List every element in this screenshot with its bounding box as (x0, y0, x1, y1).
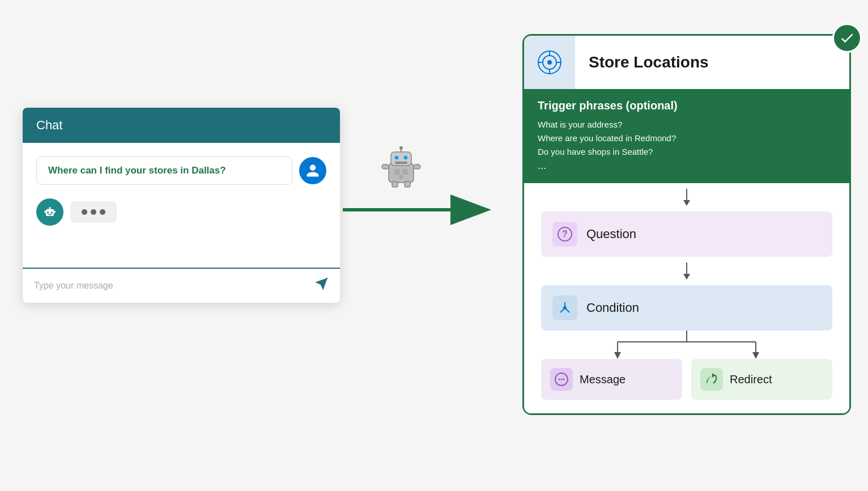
bot-icon (42, 204, 58, 220)
typing-indicator (70, 201, 117, 223)
svg-rect-3 (48, 214, 51, 215)
question-step-label: Question (586, 227, 636, 242)
robot-illustration (378, 146, 424, 192)
condition-step: Condition (541, 285, 832, 331)
user-message-bubble: Where can I find your stores in Dallas? (36, 156, 292, 185)
chat-header: Chat (23, 108, 340, 143)
topic-title: Store Locations (589, 53, 836, 71)
user-message-row: Where can I find your stores in Dallas? (36, 156, 326, 185)
chat-panel: Chat Where can I find your stores in Dal… (23, 108, 340, 303)
svg-point-28 (547, 60, 552, 65)
condition-step-label: Condition (586, 300, 639, 315)
svg-rect-22 (382, 164, 389, 169)
svg-rect-7 (54, 210, 56, 213)
svg-point-2 (51, 211, 53, 214)
chat-body: Where can I find your stores in Dallas? (23, 143, 340, 268)
message-step-icon (550, 368, 573, 391)
svg-rect-19 (394, 169, 400, 175)
condition-step-icon (552, 295, 577, 320)
svg-rect-6 (44, 210, 46, 213)
svg-point-1 (47, 211, 49, 214)
chat-input-row[interactable]: Type your message (23, 268, 340, 303)
svg-marker-38 (683, 274, 690, 280)
flow-steps: ? Question (524, 183, 849, 413)
chat-title: Chat (36, 118, 62, 132)
svg-point-13 (399, 146, 403, 150)
trigger-section-title: Trigger phrases (optional) (538, 99, 836, 112)
topic-icon (537, 49, 563, 75)
svg-rect-20 (402, 169, 408, 175)
flow-panel: Store Locations Trigger phrases (optiona… (522, 34, 851, 415)
trigger-section: Trigger phrases (optional) What is your … (524, 89, 849, 183)
svg-rect-18 (395, 162, 407, 164)
send-icon[interactable] (314, 277, 329, 295)
arrow-down-1 (541, 183, 832, 211)
svg-marker-9 (315, 278, 327, 290)
bot-avatar (36, 198, 63, 226)
user-avatar (299, 157, 326, 184)
svg-point-51 (561, 379, 563, 380)
trigger-phrase-3: Do you have shops in Seattle? (538, 145, 836, 159)
trigger-more: ... (538, 160, 836, 172)
svg-point-21 (399, 175, 403, 179)
message-step-label: Message (580, 373, 626, 386)
topic-header: Store Locations (524, 36, 849, 89)
trigger-phrase-2: Where are you located in Redmond? (538, 132, 836, 145)
redirect-step-label: Redirect (730, 373, 772, 386)
flow-panel-inner: Store Locations Trigger phrases (optiona… (524, 36, 849, 413)
arrow-down-2 (541, 257, 832, 285)
svg-point-50 (559, 379, 560, 380)
branch-row: Message Redirect (541, 359, 832, 400)
svg-rect-23 (414, 164, 420, 169)
redirect-step-icon (700, 368, 723, 391)
dot-2 (91, 209, 96, 215)
branch-arrow-container (541, 331, 832, 359)
svg-text:?: ? (562, 229, 568, 239)
svg-point-52 (563, 379, 565, 380)
svg-rect-10 (389, 163, 414, 183)
svg-marker-34 (683, 200, 690, 206)
chat-input-placeholder: Type your message (34, 281, 113, 291)
message-branch-step: Message (541, 359, 682, 400)
topic-icon-box (524, 36, 575, 89)
svg-point-16 (395, 156, 398, 159)
svg-rect-25 (405, 181, 410, 187)
dot-3 (100, 209, 105, 215)
bot-message-row (36, 198, 326, 226)
svg-point-42 (563, 306, 567, 310)
check-badge (832, 23, 862, 53)
trigger-phrase-1: What is your address? (538, 118, 836, 132)
svg-point-17 (405, 156, 407, 159)
question-step: ? Question (541, 211, 832, 257)
branch-arrows-svg (568, 331, 806, 359)
dot-1 (82, 209, 87, 215)
question-step-icon: ? (552, 222, 577, 247)
person-icon (305, 163, 320, 178)
svg-marker-46 (614, 352, 621, 359)
redirect-branch-step: Redirect (691, 359, 832, 400)
svg-marker-48 (752, 352, 759, 359)
topic-title-box: Store Locations (575, 42, 849, 83)
svg-rect-24 (392, 181, 398, 187)
